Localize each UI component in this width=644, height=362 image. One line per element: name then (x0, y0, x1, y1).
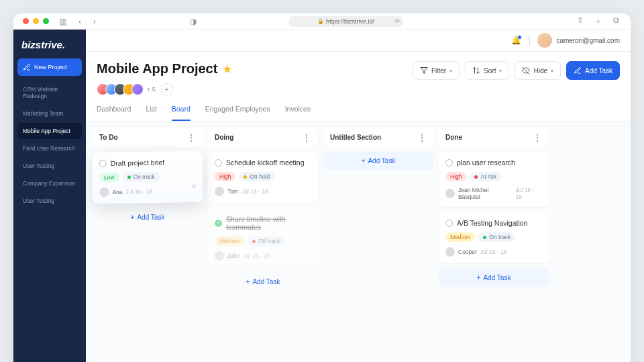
tab[interactable]: Board (172, 105, 191, 121)
add-task-button[interactable]: + Add Task (208, 273, 318, 291)
sidebar-item[interactable]: User Testing (17, 158, 82, 174)
edit-icon (574, 66, 582, 75)
sidebar: bizstrive. New Project CRM Website Redes… (13, 30, 86, 362)
task-date: Jul 16 - 18 (243, 253, 270, 259)
assignee-avatar (445, 247, 455, 257)
assignee-avatar (215, 251, 224, 261)
add-task-button[interactable]: + Add Task (439, 269, 549, 287)
project-title: Mobile App Project ★ (97, 61, 231, 77)
filter-icon (420, 66, 428, 75)
add-task-button[interactable]: Add Task (566, 61, 620, 80)
add-task-button[interactable]: + Add Task (93, 208, 203, 226)
priority-badge: Medium (215, 236, 244, 246)
new-project-button[interactable]: New Project (17, 58, 82, 76)
app-window: ▥ ‹ › ◑ 🔒 https://bizstrive.id/ ⟳ ⇪ ＋ ⧉ … (13, 13, 631, 362)
shield-icon[interactable]: ◑ (188, 17, 199, 26)
task-check-icon[interactable] (215, 159, 222, 167)
tab[interactable]: Dashboard (97, 105, 131, 121)
member-avatar[interactable] (131, 83, 144, 95)
user-avatar (537, 33, 552, 48)
sidebar-item[interactable]: Company Expansion (17, 175, 82, 191)
sort-button[interactable]: Sort▾ (465, 61, 509, 80)
task-check-icon[interactable] (445, 159, 453, 167)
task-card[interactable]: plan user researchHighAt riskJean Michel… (439, 152, 549, 207)
task-title: Share timeline with teammates (226, 215, 311, 231)
chevron-down-icon: ▾ (499, 68, 502, 74)
task-date: Jul 16 - 18 (125, 188, 152, 195)
main: 🔔 | cameron@gmail.com Mobile App Project… (86, 30, 631, 362)
status-badge: On track (122, 172, 159, 182)
column-title: Untitled Section (330, 134, 381, 141)
task-date: Jul 16 - 18 (241, 188, 268, 195)
sidebar-toggle-icon[interactable]: ▥ (57, 17, 68, 26)
task-card[interactable]: Schedule kickoff meetingHighOn holdTomJu… (208, 152, 318, 203)
assignee-name: Ana (112, 189, 122, 195)
status-badge: Off track (248, 236, 284, 246)
hide-button[interactable]: Hide▾ (515, 61, 561, 80)
assignee-name: John (227, 253, 239, 259)
cursor-icon: ☟ (192, 183, 196, 190)
status-badge: At risk (470, 172, 501, 181)
column-header: To Do⋮ (93, 128, 203, 146)
task-title: A/B Testing Navigation (457, 219, 527, 227)
user-menu[interactable]: cameron@gmail.com (537, 33, 620, 48)
task-check-icon[interactable] (99, 160, 107, 167)
sidebar-item[interactable]: Field User Research (17, 140, 82, 156)
column-title: Doing (215, 134, 233, 141)
new-project-label: New Project (34, 64, 67, 71)
forward-icon[interactable]: › (91, 17, 98, 26)
nav-list: CRM Website RedesignMarketing TeamMobile… (17, 81, 82, 210)
maximize-window-icon[interactable] (43, 18, 49, 24)
sort-icon (472, 66, 480, 75)
task-card[interactable]: Draft project briefLowOn trackAnaJul 16 … (92, 151, 203, 204)
column-header: Doing⋮ (208, 128, 318, 146)
lock-icon: 🔒 (317, 18, 324, 24)
share-icon[interactable]: ⇪ (575, 15, 586, 27)
column-header: Untitled Section⋮ (323, 128, 433, 146)
add-member-button[interactable]: + (161, 83, 173, 95)
logo: bizstrive. (17, 39, 82, 58)
plus-icon: + (131, 214, 135, 221)
url-text: https://bizstrive.id/ (326, 18, 374, 25)
tabs-icon[interactable]: ⧉ (611, 15, 621, 27)
sidebar-item[interactable]: User Testing (17, 193, 82, 209)
assignee-avatar (445, 189, 455, 198)
status-badge: On track (478, 232, 515, 242)
tab[interactable]: Engaged Employees (205, 105, 270, 121)
window-controls[interactable] (23, 18, 49, 24)
task-check-icon[interactable] (445, 220, 453, 227)
tab[interactable]: Invoices (285, 105, 311, 121)
board: To Do⋮Draft project briefLowOn trackAnaJ… (86, 122, 631, 362)
task-title: Draft project brief (111, 159, 165, 167)
eye-off-icon (522, 66, 530, 75)
close-window-icon[interactable] (23, 18, 29, 24)
back-icon[interactable]: ‹ (76, 17, 83, 26)
notification-icon[interactable]: 🔔 (511, 36, 521, 45)
sidebar-item[interactable]: CRM Website Redesign (17, 81, 82, 104)
tab[interactable]: List (146, 105, 156, 121)
member-overflow[interactable]: + 5 (147, 86, 156, 93)
task-card[interactable]: A/B Testing NavigationMediumOn trackCoop… (439, 212, 549, 263)
sidebar-item[interactable]: Marketing Team (17, 105, 82, 122)
new-tab-icon[interactable]: ＋ (592, 15, 604, 27)
assignee-avatar (99, 187, 109, 197)
priority-badge: High (445, 172, 466, 181)
star-icon[interactable]: ★ (223, 63, 231, 75)
plus-icon: + (246, 278, 250, 285)
minimize-window-icon[interactable] (33, 18, 39, 24)
status-badge: On hold (239, 172, 274, 181)
refresh-icon[interactable]: ⟳ (395, 18, 400, 24)
browser-chrome: ▥ ‹ › ◑ 🔒 https://bizstrive.id/ ⟳ ⇪ ＋ ⧉ (13, 13, 631, 30)
board-column: Untitled Section⋮+ Add Task (323, 128, 433, 362)
task-check-icon[interactable] (215, 220, 222, 227)
task-card[interactable]: Share timeline with teammatesMediumOff t… (208, 208, 318, 267)
sidebar-item[interactable]: Mobile App Project (17, 123, 82, 139)
board-column: To Do⋮Draft project briefLowOn trackAnaJ… (93, 128, 203, 362)
add-task-button[interactable]: + Add Task (323, 152, 433, 170)
url-bar[interactable]: 🔒 https://bizstrive.id/ ⟳ (289, 16, 403, 27)
column-title: Done (445, 134, 462, 141)
assignee-name: Jean Michel Basquiat (458, 187, 513, 200)
task-title: plan user research (457, 159, 515, 167)
app-body: bizstrive. New Project CRM Website Redes… (13, 30, 631, 362)
filter-button[interactable]: Filter▾ (413, 61, 460, 80)
